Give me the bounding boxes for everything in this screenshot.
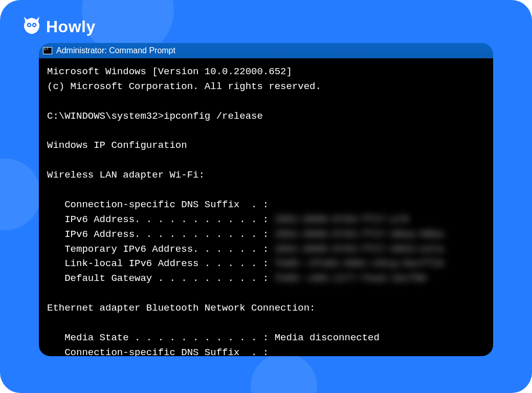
field-label: Temporary IPv6 Address. . . . . . : bbox=[47, 244, 269, 255]
banner-line: (c) Microsoft Corporation. All rights re… bbox=[47, 81, 321, 92]
section-heading: Windows IP Configuration bbox=[47, 140, 187, 151]
card: Howly Administrator: Command Prompt Micr… bbox=[0, 0, 532, 393]
background-circle bbox=[251, 353, 317, 393]
cmd-icon bbox=[43, 47, 52, 54]
command: ipconfig /release bbox=[164, 111, 263, 122]
redacted-value: fe80::3fa0e:0dbc:d3cg:0acff10 bbox=[275, 256, 444, 271]
field-line: IPv6 Address. . . . . . . . . . . : 2001… bbox=[47, 229, 444, 240]
prompt: C:\WINDOWS\system32> bbox=[47, 111, 164, 122]
field-line: Link-local IPv6 Address . . . . . : fe80… bbox=[47, 258, 444, 269]
terminal-output[interactable]: Microsoft Windows [Version 10.0.22000.65… bbox=[39, 58, 493, 356]
prompt-line: C:\WINDOWS\system32>ipconfig /release bbox=[47, 111, 263, 122]
field-line: Media State . . . . . . . . . . . : Medi… bbox=[47, 332, 380, 343]
field-line: Connection-specific DNS Suffix . : bbox=[47, 347, 269, 356]
redacted-value: 2001:0000:0703:ff27:d0aa:00ba bbox=[275, 227, 444, 242]
section-heading: Ethernet adapter Bluetooth Network Conne… bbox=[47, 302, 316, 314]
brand-logo: Howly bbox=[21, 15, 96, 38]
svg-point-3 bbox=[33, 24, 35, 26]
field-line: Temporary IPv6 Address. . . . . . : 2001… bbox=[47, 244, 444, 255]
section-heading: Wireless LAN adapter Wi-Fi: bbox=[47, 169, 205, 181]
background-circle bbox=[0, 159, 41, 230]
redacted-value: 2001:0000:0703:ff27:a70 bbox=[275, 212, 409, 227]
command-prompt-window: Administrator: Command Prompt Microsoft … bbox=[39, 43, 493, 356]
field-label: IPv6 Address. . . . . . . . . . . : bbox=[47, 214, 269, 225]
brand-name: Howly bbox=[46, 17, 96, 36]
owl-icon bbox=[21, 15, 42, 38]
redacted-value: 2001:0000:0703:ff27:d053:e37a bbox=[275, 242, 444, 257]
field-label: IPv6 Address. . . . . . . . . . . : bbox=[47, 229, 269, 240]
banner-line: Microsoft Windows [Version 10.0.22000.65… bbox=[47, 66, 292, 77]
field-line: Default Gateway . . . . . . . . . : fe80… bbox=[47, 273, 426, 284]
field-label: Link-local IPv6 Address . . . . . : bbox=[47, 258, 269, 269]
svg-point-2 bbox=[28, 24, 30, 26]
titlebar[interactable]: Administrator: Command Prompt bbox=[39, 43, 493, 58]
field-line: Connection-specific DNS Suffix . : bbox=[47, 199, 269, 210]
field-line: IPv6 Address. . . . . . . . . . . : 2001… bbox=[47, 214, 409, 225]
field-label: Default Gateway . . . . . . . . . : bbox=[47, 273, 269, 284]
redacted-value: fe80::a00:1277:fead:1bcf90 bbox=[275, 271, 426, 286]
window-title: Administrator: Command Prompt bbox=[56, 46, 175, 55]
